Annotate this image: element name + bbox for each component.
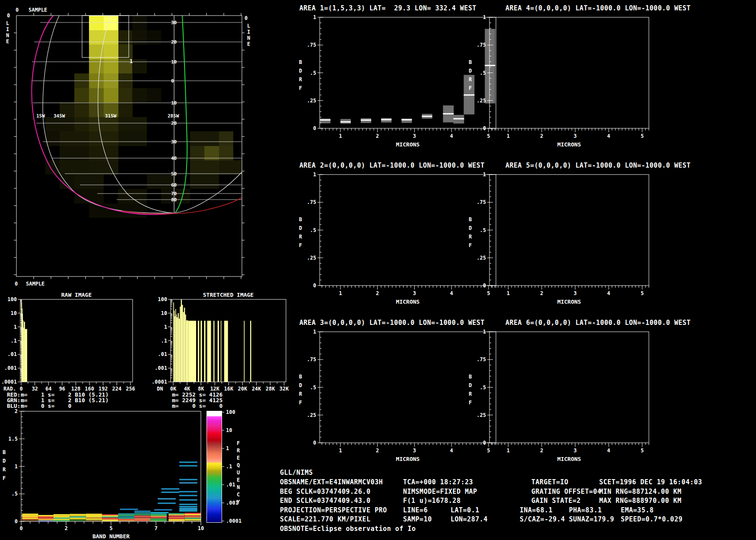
x-tick-label: 1 xyxy=(507,290,510,296)
map-pixel-block xyxy=(147,30,161,44)
bdrf-axis-letter: R xyxy=(299,234,302,240)
band-frequency-segment xyxy=(168,515,184,517)
y-tick-label: 2 xyxy=(15,408,18,414)
longitude-label: 315W xyxy=(105,113,117,119)
bdrf-axis-letter: F xyxy=(299,400,302,406)
bdrf-axis-letter: D xyxy=(469,68,472,74)
bdrf-axis-letter: B xyxy=(469,374,472,380)
histogram-bar xyxy=(183,312,184,382)
map-pixel-block xyxy=(190,175,219,189)
bdrf-axis-letter: R xyxy=(3,467,6,473)
footer-beg-sclk: BEG SCLK=03747409.26.0 xyxy=(280,488,371,496)
area-3-title: AREA 3=(0,0,0,0) LAT=-1000.0 LON=-1000.0… xyxy=(299,319,485,327)
colorbar-label: .1 xyxy=(226,464,232,470)
bdrf-axis-letter: R xyxy=(469,76,472,83)
map-pixel-block xyxy=(132,30,147,44)
spectrum-mean-line xyxy=(381,119,391,120)
map-pixel-block xyxy=(118,189,147,203)
band-frequency-segment xyxy=(168,517,184,518)
x-tick-label: 32K xyxy=(280,386,289,392)
band-frequency-segment xyxy=(54,519,70,520)
band-frequency-segment xyxy=(118,516,134,518)
histogram-bar xyxy=(24,322,25,382)
area-4-title: AREA 4=(0,0,0,0) LAT=-1000.0 LON=-1000.0… xyxy=(505,4,691,12)
map-pixel-block xyxy=(74,117,89,131)
bdrf-axis-letter: B xyxy=(299,59,302,65)
spectrum-mean-line xyxy=(422,116,432,117)
band-frequency-segment xyxy=(118,520,134,521)
frequency-caption-letter: C xyxy=(237,492,240,498)
line-axis-label: I xyxy=(6,26,9,32)
histogram-bar xyxy=(173,302,174,382)
map-pixel-block xyxy=(60,160,89,175)
histogram-bar xyxy=(178,313,178,382)
footer-scale: SCALE=221.770 KM/PIXEL xyxy=(280,515,371,523)
x-tick-label: 2 xyxy=(540,448,543,454)
x-tick-label: 7 xyxy=(154,525,157,531)
map-pixel-block xyxy=(89,102,104,117)
frequency-caption-letter: Y xyxy=(237,499,240,505)
bdrf-axis-letter: D xyxy=(469,225,472,231)
band-frequency-segment xyxy=(118,518,134,519)
latitude-label: 10 xyxy=(171,59,177,65)
map-pixel-block xyxy=(118,88,133,102)
latitude-label: 40 xyxy=(171,156,177,161)
band-frequency-segment xyxy=(134,520,150,521)
bdrf-axis-letter: B xyxy=(3,449,6,455)
y-log-label: .1 xyxy=(11,338,17,344)
y-log-label: .001 xyxy=(155,365,167,371)
raw-image-histogram-title: RAW IMAGE xyxy=(61,292,92,298)
histogram-bar xyxy=(224,321,228,382)
frequency-caption-letter: N xyxy=(237,484,240,490)
latitude-label: 60 xyxy=(171,182,177,188)
map-pixel-block xyxy=(89,131,118,146)
y-tick-label: .5 xyxy=(480,384,486,391)
longitude-label: 345W xyxy=(54,113,65,119)
y-tick-label: 0 xyxy=(313,440,316,446)
longitude-label: 15W xyxy=(36,113,45,119)
y-tick-label: 0 xyxy=(483,440,486,446)
bdrf-axis-letter: D xyxy=(3,458,6,464)
map-pixel-block xyxy=(219,131,233,146)
band-frequency-segment xyxy=(151,520,167,521)
y-tick-label: 1 xyxy=(313,329,316,335)
x-tick-label: 12K xyxy=(210,386,219,392)
x-tick-label: 32 xyxy=(32,386,38,392)
band-frequency-segment xyxy=(22,518,38,519)
charts-canvas: 3020100102030405060708015W345W315W285W10… xyxy=(0,0,756,540)
y-tick-label: .5 xyxy=(310,227,316,233)
band-frequency-segment xyxy=(102,514,118,515)
bdrf-axis-letter: F xyxy=(469,242,472,248)
latitude-label: 50 xyxy=(171,171,177,177)
map-pixel-block xyxy=(132,16,147,30)
y-log-label: .001 xyxy=(4,365,17,371)
band-frequency-segment xyxy=(134,511,150,512)
footer-projection: PROJECTION=PERSPECTIVE PRO xyxy=(280,506,387,514)
line-axis-label: E xyxy=(6,38,9,44)
bdrf-axis-letter: D xyxy=(299,68,302,74)
x-tick-label: 1 xyxy=(339,133,342,139)
x-tick-label: 1 xyxy=(339,448,342,454)
y-tick-label: .25 xyxy=(476,255,486,261)
spectrum-mean-line xyxy=(340,121,351,123)
x-tick-label: 2 xyxy=(540,133,543,139)
histogram-bar xyxy=(175,309,176,382)
bdrf-axis-letter: B xyxy=(299,216,302,222)
map-pixel-block xyxy=(132,88,147,102)
bdrf-axis-letter: F xyxy=(469,85,472,91)
map-pixel-block xyxy=(118,102,133,117)
y-tick-label: .5 xyxy=(480,70,486,76)
latitude-label: 20 xyxy=(171,39,177,45)
y-tick-label: 0 xyxy=(15,518,18,524)
map-pixel-block xyxy=(104,16,118,30)
y-tick-label: .25 xyxy=(476,412,486,418)
microns-axis-label: MICRONS xyxy=(557,456,581,462)
y-tick-label: .5 xyxy=(310,70,316,76)
histogram-bar xyxy=(204,321,205,382)
y-tick-label: 0 xyxy=(313,125,316,131)
y-log-label: .01 xyxy=(158,351,167,357)
y-tick-label: 1 xyxy=(313,14,316,20)
band-frequency-segment xyxy=(151,517,167,518)
latitude-label: 0 xyxy=(171,78,174,84)
band-frequency-segment xyxy=(134,514,150,515)
